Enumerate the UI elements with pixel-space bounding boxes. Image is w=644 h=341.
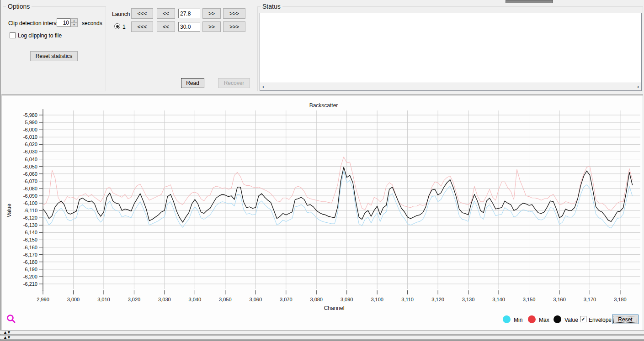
splitter-collapse-icon[interactable]: ▲▼ xyxy=(3,330,11,335)
svg-text:3,140: 3,140 xyxy=(492,297,505,302)
active-tab-fragment[interactable] xyxy=(506,0,553,3)
channel-prev-button[interactable]: << xyxy=(157,21,175,32)
status-panel: Status ‹ › xyxy=(257,6,643,91)
channel-1-radio[interactable] xyxy=(114,23,120,29)
channel-1-radio-label: 1 xyxy=(122,24,126,30)
svg-text:3,010: 3,010 xyxy=(97,297,110,302)
status-content[interactable] xyxy=(260,13,641,83)
svg-text:-5,990: -5,990 xyxy=(23,120,37,125)
radio-dot xyxy=(116,25,119,28)
x-axis-title: Channel xyxy=(324,305,345,311)
backscatter-chart[interactable]: -5,980-5,990-6,000-6,010-6,020-6,030-6,0… xyxy=(2,95,644,313)
svg-text:3,120: 3,120 xyxy=(431,297,444,302)
log-clipping-checkbox[interactable] xyxy=(10,32,16,38)
scroll-right-icon[interactable]: › xyxy=(637,84,639,90)
legend-max-label: Max xyxy=(539,317,549,323)
svg-text:-6,170: -6,170 xyxy=(23,252,37,257)
status-panel-title: Status xyxy=(261,3,282,10)
svg-text:3,100: 3,100 xyxy=(371,297,383,302)
recover-button[interactable]: Recover xyxy=(218,78,250,88)
options-panel: Options Clip detection interval ▲ ▼ seco… xyxy=(3,6,106,91)
clip-interval-label: Clip detection interval xyxy=(8,20,61,26)
read-button[interactable]: Read xyxy=(181,78,204,88)
chart-reset-button[interactable]: Reset xyxy=(612,315,639,324)
launch-first-button[interactable]: <<< xyxy=(131,8,153,19)
launch-prev-button[interactable]: << xyxy=(157,8,175,19)
svg-text:-6,040: -6,040 xyxy=(23,157,37,162)
svg-text:-6,210: -6,210 xyxy=(23,281,37,287)
svg-text:-6,030: -6,030 xyxy=(23,149,37,154)
channel-last-button[interactable]: >>> xyxy=(223,21,245,32)
envelope-checkbox[interactable]: ✓ xyxy=(580,316,586,322)
launch-next-button[interactable]: >> xyxy=(202,8,221,19)
svg-text:-6,100: -6,100 xyxy=(23,200,37,206)
svg-text:3,110: 3,110 xyxy=(401,297,414,302)
launch-label: Launch xyxy=(112,11,130,17)
spin-up-icon[interactable]: ▲ xyxy=(70,18,78,23)
svg-text:-6,090: -6,090 xyxy=(23,193,37,199)
clip-interval-spinner: ▲ ▼ xyxy=(57,18,78,27)
svg-text:3,020: 3,020 xyxy=(128,297,141,302)
svg-text:-6,010: -6,010 xyxy=(23,134,37,140)
svg-text:3,070: 3,070 xyxy=(280,297,293,302)
svg-text:-6,070: -6,070 xyxy=(23,178,37,184)
launch-last-button[interactable]: >>> xyxy=(223,8,245,19)
svg-text:-6,060: -6,060 xyxy=(23,171,37,177)
channel-first-button[interactable]: <<< xyxy=(131,21,153,32)
svg-text:-6,190: -6,190 xyxy=(23,267,37,272)
svg-text:-6,000: -6,000 xyxy=(23,127,37,132)
legend-min-dot xyxy=(503,315,511,323)
chart-panel: -5,980-5,990-6,000-6,010-6,020-6,030-6,0… xyxy=(1,94,643,330)
chart-title: Backscatter xyxy=(309,102,338,109)
svg-text:3,050: 3,050 xyxy=(219,297,232,302)
svg-text:-6,200: -6,200 xyxy=(23,274,37,279)
magnifier-icon[interactable] xyxy=(6,314,17,325)
svg-text:3,150: 3,150 xyxy=(523,297,536,302)
spin-down-icon[interactable]: ▼ xyxy=(70,23,78,27)
horizontal-splitter-1[interactable]: ▲▼ xyxy=(0,330,644,335)
envelope-label: Envelope xyxy=(589,317,612,323)
channel-value-input[interactable] xyxy=(178,22,200,31)
svg-text:3,180: 3,180 xyxy=(614,297,627,302)
svg-text:3,040: 3,040 xyxy=(189,297,202,302)
svg-text:3,160: 3,160 xyxy=(553,297,566,302)
svg-text:-6,180: -6,180 xyxy=(23,259,37,265)
svg-text:2,990: 2,990 xyxy=(37,297,49,302)
application-window: { "options": { "title": "Options", "clip… xyxy=(0,0,644,341)
svg-text:3,030: 3,030 xyxy=(158,297,171,302)
svg-text:3,130: 3,130 xyxy=(462,297,475,302)
svg-text:-6,150: -6,150 xyxy=(23,237,37,242)
legend-min-label: Min xyxy=(514,317,522,323)
launch-value-input[interactable] xyxy=(178,9,200,18)
svg-text:3,060: 3,060 xyxy=(250,297,262,302)
status-box: ‹ › xyxy=(260,13,642,91)
options-panel-title: Options xyxy=(6,3,32,10)
status-horizontal-scrollbar[interactable]: ‹ › xyxy=(260,83,641,90)
window-left-border xyxy=(0,0,1,341)
svg-text:-6,130: -6,130 xyxy=(23,222,37,228)
scroll-left-icon[interactable]: ‹ xyxy=(262,84,264,90)
reset-statistics-button[interactable]: Reset statistics xyxy=(30,51,78,61)
svg-text:3,000: 3,000 xyxy=(67,297,80,302)
svg-text:-6,110: -6,110 xyxy=(24,208,37,213)
log-clipping-label: Log clipping to file xyxy=(18,32,62,39)
clip-interval-input[interactable] xyxy=(57,18,70,27)
svg-text:-6,140: -6,140 xyxy=(23,230,37,235)
svg-text:-6,160: -6,160 xyxy=(23,245,37,250)
y-axis-title: Value xyxy=(6,204,12,217)
svg-text:-6,120: -6,120 xyxy=(23,215,37,220)
legend-max-dot xyxy=(528,315,536,323)
svg-text:-6,020: -6,020 xyxy=(23,142,37,147)
horizontal-splitter-2[interactable]: ▲▼ xyxy=(0,335,644,340)
svg-text:-6,080: -6,080 xyxy=(23,186,37,191)
svg-text:-6,050: -6,050 xyxy=(23,164,37,169)
splitter-collapse-icon[interactable]: ▲▼ xyxy=(3,335,11,340)
svg-text:3,170: 3,170 xyxy=(584,297,596,302)
svg-text:3,090: 3,090 xyxy=(341,297,353,302)
legend-value-dot xyxy=(554,315,561,323)
svg-text:3,080: 3,080 xyxy=(310,297,323,302)
legend-value-label: Value xyxy=(564,317,578,323)
channel-next-button[interactable]: >> xyxy=(202,21,221,32)
clip-interval-unit: seconds xyxy=(82,20,102,26)
svg-text:-5,980: -5,980 xyxy=(23,112,37,118)
